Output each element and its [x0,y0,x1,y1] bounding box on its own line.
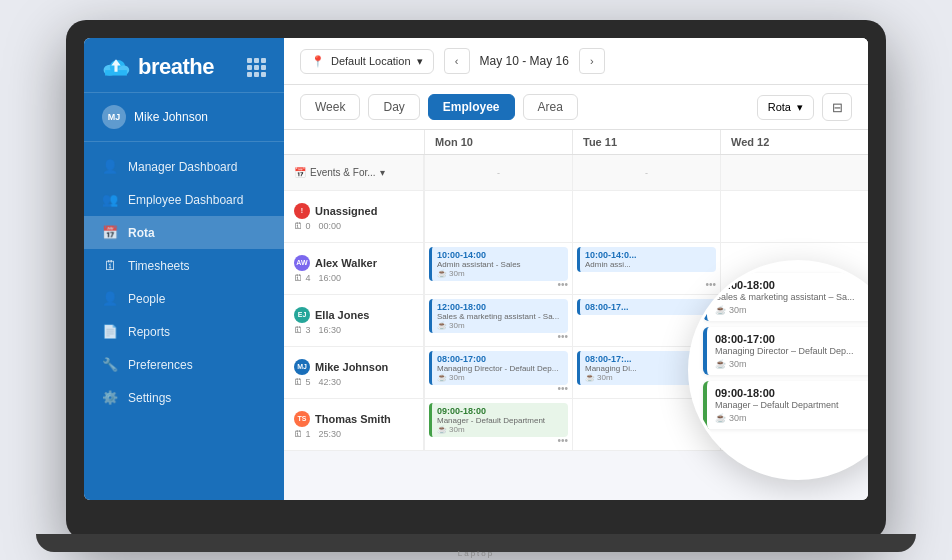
sidebar-item-people[interactable]: 👤 People [84,282,284,315]
row-name: AW Alex Walker [294,255,413,271]
events-row: 📅 Events & For... ▾ - - [284,155,868,191]
popup-inner: 12:00-18:00 Sales & marketing assistant … [691,263,868,477]
calendar-icon: 📅 [294,167,306,178]
sidebar-item-rota[interactable]: 📅 Rota [84,216,284,249]
shift-block: 09:00-18:00 Manager - Default Department… [429,403,568,437]
avatar: TS [294,411,310,427]
row-name: MJ Mike Johnson [294,359,413,375]
reports-icon: 📄 [102,324,118,339]
more-options-button[interactable]: ••• [705,279,716,290]
nav-label: Employee Dashboard [128,193,243,207]
schedule-header: Mon 10 Tue 11 Wed 12 [284,130,868,155]
row-label-header [284,130,424,154]
day-header-tue: Tue 11 [572,130,720,154]
shift-block: 08:00-17:00 Managing Director - Default … [429,351,568,385]
prev-week-button[interactable]: ‹ [444,48,470,74]
next-week-button[interactable]: › [579,48,605,74]
left-arrow-icon: ‹ [455,55,459,67]
break-icon: ☕ [437,321,447,330]
row-meta: 🗓 0 00:00 [294,221,413,231]
user-name: Mike Johnson [134,110,208,124]
events-cell-mon: - [424,155,572,190]
chevron-down-icon: ▾ [417,55,423,68]
more-options-button[interactable]: ••• [557,383,568,394]
events-text: Events & For... [310,167,376,178]
avatar: EJ [294,307,310,323]
more-options-button[interactable]: ••• [557,279,568,290]
dash: - [497,168,500,178]
break-icon: ☕ [437,425,447,434]
break-icon: ☕ [437,373,447,382]
laptop-frame: breathe MJ Mike Johnson 👤 Manager Dashbo… [66,20,886,540]
employee-icon: 👥 [102,192,118,207]
laptop-label: Laptop [458,549,494,558]
grid-icon[interactable] [247,58,266,77]
row-name: EJ Ella Jones [294,307,413,323]
main-content: 📍 Default Location ▾ ‹ May 10 - May 16 ›… [284,38,868,500]
shift-block: 08:00-17... [577,299,716,315]
more-options-button[interactable]: ••• [557,331,568,342]
tab-week[interactable]: Week [300,94,360,120]
laptop-base: Laptop [36,534,916,552]
break-icon: ☕ [715,359,726,369]
location-select[interactable]: 📍 Default Location ▾ [300,49,434,74]
avatar: MJ [102,105,126,129]
events-cell-wed [720,155,868,190]
right-arrow-icon: › [590,55,594,67]
break-icon: ☕ [437,269,447,278]
sidebar-item-timesheets[interactable]: 🗓 Timesheets [84,249,284,282]
row-info-ella: EJ Ella Jones 🗓 3 16:30 [284,295,424,346]
events-label[interactable]: 📅 Events & For... ▾ [294,167,413,178]
popup-shift-time: 09:00-18:00 [715,387,839,399]
events-row-info: 📅 Events & For... ▾ [284,155,424,190]
popup-shift-role: Managing Director – Default Dep... [715,346,854,356]
timesheets-icon: 🗓 [102,258,118,273]
nav-label: Reports [128,325,170,339]
dash: - [645,168,648,178]
popup-shift-role: Manager – Default Department [715,400,839,410]
popup-break: ☕ 30m [715,305,868,315]
rota-icon: 📅 [102,225,118,240]
row-meta: 🗓 3 16:30 [294,325,413,335]
break-icon: ☕ [585,373,595,382]
row-info-unassigned: ! Unassigned 🗓 0 00:00 [284,191,424,242]
day-cell: 10:00-14:00 Admin assistant - Sales ☕ 30… [424,243,572,294]
nav-label: Timesheets [128,259,190,273]
break-icon: ☕ [715,305,726,315]
day-cell [720,191,868,242]
tab-employee[interactable]: Employee [428,94,515,120]
sidebar-item-manager-dashboard[interactable]: 👤 Manager Dashboard [84,150,284,183]
sidebar-item-reports[interactable]: 📄 Reports [84,315,284,348]
laptop-screen: breathe MJ Mike Johnson 👤 Manager Dashbo… [84,38,868,500]
tab-area[interactable]: Area [523,94,578,120]
avatar: ! [294,203,310,219]
people-icon: 👤 [102,291,118,306]
day-cell: 08:00-17:00 Managing Director - Default … [424,347,572,398]
popup-shift-item: 08:00-17:00 Managing Director – Default … [703,327,868,375]
popup-shift-time: 08:00-17:00 [715,333,854,345]
filter-button[interactable]: ⊟ [822,93,852,121]
rota-select[interactable]: Rota ▾ [757,95,814,120]
location-pin-icon: 📍 [311,55,325,68]
day-cell: 10:00-14:0... Admin assi... ••• [572,243,720,294]
day-cell: 09:00-18:00 Manager - Default Department… [424,399,572,450]
sidebar-item-preferences[interactable]: 🔧 Preferences [84,348,284,381]
nav-label: Rota [128,226,155,240]
nav-label: Settings [128,391,171,405]
shift-count-icon: 🗓 0 [294,221,311,231]
sidebar-nav: 👤 Manager Dashboard 👥 Employee Dashboard… [84,142,284,500]
tab-day[interactable]: Day [368,94,419,120]
sidebar-user: MJ Mike Johnson [84,93,284,142]
settings-icon: ⚙️ [102,390,118,405]
sidebar-item-settings[interactable]: ⚙️ Settings [84,381,284,414]
more-options-button[interactable]: ••• [557,435,568,446]
sidebar-item-employee-dashboard[interactable]: 👥 Employee Dashboard [84,183,284,216]
manager-icon: 👤 [102,159,118,174]
sidebar-logo: breathe [84,38,284,93]
nav-label: Manager Dashboard [128,160,237,174]
location-label: Default Location [331,55,411,67]
shift-block: 10:00-14:00 Admin assistant - Sales ☕ 30… [429,247,568,281]
avatar: MJ [294,359,310,375]
shift-block: 12:00-18:00 Sales & marketing assistant … [429,299,568,333]
nav-label: People [128,292,165,306]
